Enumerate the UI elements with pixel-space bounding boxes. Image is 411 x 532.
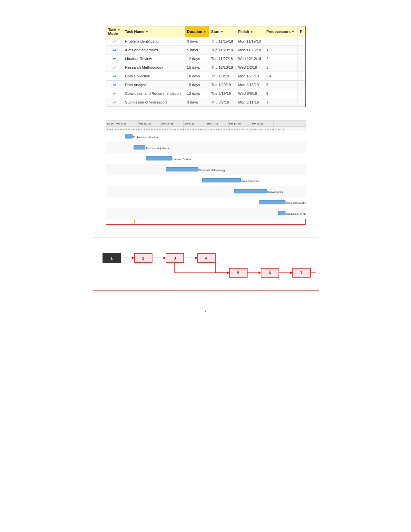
- table-row: ⇌Problem identification3 daysThu 11/15/1…: [106, 37, 305, 46]
- svg-text:W: W: [115, 128, 117, 131]
- svg-text:T: T: [131, 128, 132, 131]
- svg-text:W: W: [223, 128, 226, 131]
- svg-text:F: F: [120, 128, 122, 131]
- cell-pred: 3: [264, 63, 298, 72]
- table-row: ⇌Research Methodology15 daysThu 12/13/18…: [106, 63, 305, 72]
- cell-start: Tue 11/27/18: [209, 54, 236, 63]
- cell-r: [298, 72, 305, 81]
- svg-text:S: S: [107, 128, 108, 131]
- table-row: ⇌Data Collection18 daysThu 1/3/19Mon 1/2…: [106, 72, 305, 81]
- svg-text:Problem identification: Problem identification: [133, 136, 158, 139]
- svg-text:T: T: [226, 128, 228, 131]
- svg-text:6: 6: [269, 271, 271, 275]
- gantt-table-section: Task ▼Mode Task Name ▼ Duration ▼ Start …: [106, 26, 306, 107]
- cell-duration: 3 days: [185, 98, 209, 107]
- svg-text:1: 1: [110, 256, 113, 261]
- cell-duration: 18 days: [185, 72, 209, 81]
- svg-text:T: T: [244, 128, 246, 131]
- svg-text:S: S: [231, 128, 233, 131]
- svg-text:W: W: [151, 128, 153, 131]
- svg-text:Nov 25, '18: Nov 25, '18: [139, 123, 151, 125]
- cell-name: Problem identification: [123, 37, 185, 46]
- svg-text:S: S: [180, 128, 181, 131]
- gantt-chart-section: 14, '18 Nov 4, '18 Nov 25, '18 Dec 16, '…: [106, 120, 306, 225]
- svg-text:T: T: [149, 128, 150, 131]
- svg-text:M: M: [254, 128, 256, 131]
- svg-text:F: F: [156, 128, 158, 131]
- svg-text:S: S: [125, 128, 127, 131]
- table-row: ⇌Submission of final report3 daysThu 3/7…: [106, 98, 305, 107]
- svg-text:T: T: [167, 128, 168, 131]
- svg-text:Data Collection: Data Collection: [241, 180, 259, 182]
- svg-text:M: M: [182, 128, 184, 131]
- col-header-taskname[interactable]: Task Name ▼: [123, 26, 185, 37]
- svg-text:Mar 10, '19: Mar 10, '19: [252, 123, 263, 125]
- svg-text:T: T: [239, 128, 240, 131]
- svg-text:S: S: [177, 128, 179, 131]
- svg-text:W: W: [187, 128, 190, 131]
- svg-text:S: S: [123, 128, 124, 131]
- svg-text:T: T: [275, 128, 277, 131]
- cell-finish: Wed 3/6/19: [236, 89, 264, 98]
- svg-rect-120: [93, 238, 319, 290]
- svg-text:W: W: [169, 128, 171, 131]
- svg-text:Conclusion and Recommendetion: Conclusion and Recommendetion: [286, 202, 306, 204]
- svg-text:W: W: [133, 128, 135, 131]
- svg-text:F: F: [283, 128, 284, 131]
- col-header-r: R: [298, 26, 305, 37]
- svg-text:F: F: [247, 128, 248, 131]
- svg-text:T: T: [190, 128, 191, 131]
- svg-text:Jan 27, '19: Jan 27, '19: [207, 123, 218, 125]
- cell-start: Tue 11/20/18: [209, 46, 236, 54]
- svg-text:S: S: [216, 128, 217, 131]
- task-mode-icon: ⇌: [113, 91, 116, 96]
- svg-rect-105: [202, 178, 241, 182]
- svg-text:T: T: [112, 128, 113, 131]
- cell-finish: Mon 3/11/19: [236, 98, 264, 107]
- svg-text:Litrature Review: Litrature Review: [172, 158, 191, 161]
- svg-text:Dec 16, '18: Dec 16, '18: [161, 123, 173, 125]
- svg-text:M: M: [236, 128, 238, 131]
- svg-text:2: 2: [142, 256, 144, 261]
- cell-finish: Wed 12/12/18: [236, 54, 264, 63]
- task-mode-icon: ⇌: [113, 82, 116, 87]
- cell-name: Conclusion and Recommendetion: [123, 89, 185, 98]
- cell-name: Data Analysis: [123, 81, 185, 89]
- task-table: Task ▼Mode Task Name ▼ Duration ▼ Start …: [106, 26, 305, 107]
- gantt-svg: 14, '18 Nov 4, '18 Nov 25, '18 Dec 16, '…: [106, 120, 306, 223]
- cell-pred: 6: [264, 89, 298, 98]
- col-header-start[interactable]: Start ▼: [209, 26, 236, 37]
- svg-text:M: M: [272, 128, 274, 131]
- cell-duration: 12 days: [185, 89, 209, 98]
- col-header-mode[interactable]: Task ▼Mode: [106, 26, 123, 37]
- cell-duration: 15 days: [185, 63, 209, 72]
- cell-name: Research Methodology: [123, 63, 185, 72]
- cell-duration: 5 days: [185, 46, 209, 54]
- task-mode-icon: ⇌: [113, 100, 116, 105]
- svg-text:F: F: [210, 128, 212, 131]
- cell-r: [298, 81, 305, 89]
- svg-text:Aims and objectives: Aims and objectives: [146, 147, 169, 150]
- cell-r: [298, 37, 305, 46]
- svg-text:Data Analysis: Data Analysis: [267, 191, 283, 193]
- cell-start: Tue 2/19/19: [209, 89, 236, 98]
- svg-text:F: F: [138, 128, 140, 131]
- svg-text:Jan 6, '19: Jan 6, '19: [184, 123, 194, 125]
- cell-start: Tue 1/29/19: [209, 81, 236, 89]
- cell-pred: 1: [264, 46, 298, 54]
- svg-rect-91: [106, 153, 306, 164]
- svg-text:14, '18: 14, '18: [107, 123, 113, 125]
- col-header-pred[interactable]: Predecessors ▼: [264, 26, 298, 37]
- col-header-duration[interactable]: Duration ▼: [185, 26, 209, 37]
- cell-pred: 2: [264, 54, 298, 63]
- svg-text:3: 3: [173, 256, 176, 261]
- cell-start: Thu 3/7/19: [209, 98, 236, 107]
- cell-finish: Wed 1/2/19: [236, 63, 264, 72]
- svg-text:S: S: [195, 128, 197, 131]
- cell-finish: Mon 2/18/19: [236, 81, 264, 89]
- col-header-finish[interactable]: Finish ▼: [236, 26, 264, 37]
- svg-rect-99: [134, 145, 145, 149]
- cell-pred: 7: [264, 98, 298, 107]
- svg-text:F: F: [229, 128, 230, 131]
- svg-text:T: T: [118, 128, 119, 131]
